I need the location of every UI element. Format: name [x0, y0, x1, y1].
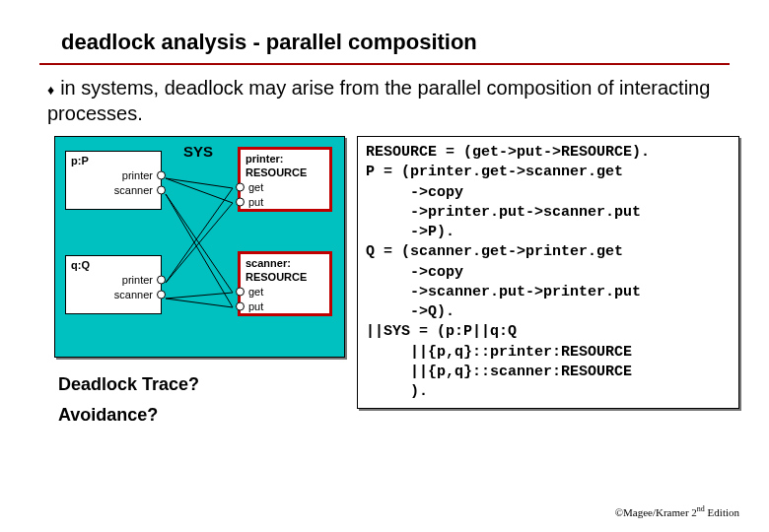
body-span: in systems, deadlock may arise from the … [47, 77, 710, 124]
scanner-port-get: get [245, 285, 324, 299]
svg-line-0 [166, 178, 233, 188]
footer-credit: ©Magee/Kramer 2nd Edition [615, 504, 739, 518]
svg-line-7 [166, 299, 233, 307]
q-port-printer: printer [71, 273, 156, 288]
svg-line-2 [166, 194, 233, 293]
process-q-box: q:Q printer scanner [65, 255, 162, 314]
sys-diagram: SYS p:P printer scanner q:Q printer scan… [54, 136, 345, 358]
diagram-column: SYS p:P printer scanner q:Q printer scan… [54, 136, 345, 430]
process-q-header: q:Q [71, 259, 156, 271]
process-p-header: p:P [71, 155, 156, 166]
svg-line-3 [166, 194, 233, 307]
printer-port-get: get [245, 180, 324, 195]
slide: deadlock analysis - parallel composition… [0, 0, 769, 532]
p-port-scanner: scanner [71, 183, 156, 198]
svg-line-4 [166, 188, 233, 283]
content-row: SYS p:P printer scanner q:Q printer scan… [0, 126, 769, 430]
svg-line-6 [166, 293, 233, 299]
printer-sub: RESOURCE [245, 166, 324, 178]
question-avoidance: Avoidance? [58, 400, 345, 431]
sys-label: SYS [183, 143, 213, 160]
svg-line-1 [166, 178, 233, 203]
scanner-sub: RESOURCE [245, 271, 324, 283]
scanner-header: scanner: [245, 257, 324, 269]
question-trace: Deadlock Trace? [58, 369, 345, 400]
resource-printer-box: printer: RESOURCE get put [238, 147, 332, 212]
svg-line-5 [166, 203, 233, 283]
p-port-printer: printer [71, 168, 156, 183]
footer-pre: ©Magee/Kramer [615, 506, 692, 518]
title-rule [39, 63, 730, 65]
footer-suf: Edition [705, 506, 739, 518]
bullet-icon: ♦ [47, 82, 54, 98]
resource-scanner-box: scanner: RESOURCE get put [238, 251, 332, 316]
questions: Deadlock Trace? Avoidance? [54, 369, 345, 430]
scanner-port-put: put [245, 299, 324, 314]
slide-title: deadlock analysis - parallel composition [0, 0, 769, 63]
printer-header: printer: [245, 153, 324, 165]
footer-sup: nd [697, 504, 705, 513]
fsp-code: RESOURCE = (get->put->RESOURCE). P = (pr… [357, 136, 739, 409]
q-port-scanner: scanner [71, 288, 156, 302]
body-text: ♦in systems, deadlock may arise from the… [0, 75, 769, 126]
printer-port-put: put [245, 195, 324, 210]
process-p-box: p:P printer scanner [65, 151, 162, 210]
